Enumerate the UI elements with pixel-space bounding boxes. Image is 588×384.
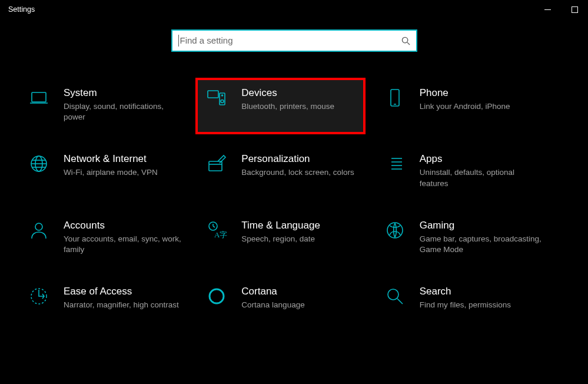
tile-desc: Game bar, captures, broadcasting, Game M…: [420, 234, 543, 255]
tile-phone[interactable]: Phone Link your Android, iPhone: [383, 87, 561, 123]
tile-system[interactable]: System Display, sound, notifications, po…: [27, 87, 205, 123]
minimize-button[interactable]: [534, 0, 561, 19]
tile-desc: Background, lock screen, colors: [241, 167, 365, 178]
svg-line-38: [213, 226, 215, 227]
svg-point-40: [387, 223, 403, 238]
tile-title: Devices: [241, 87, 356, 99]
tile-desc: Narrator, magnifier, high contrast: [64, 300, 187, 310]
tile-desc: Bluetooth, printers, mouse: [241, 101, 356, 112]
search-box[interactable]: [171, 29, 417, 52]
svg-point-35: [35, 223, 42, 230]
tile-time-language[interactable]: A字 Time & Language Speech, region, date: [205, 220, 383, 255]
tile-desc: Speech, region, date: [241, 234, 365, 244]
window-title: Settings: [8, 5, 35, 14]
tile-title: System: [64, 87, 187, 99]
tile-ease-of-access[interactable]: Ease of Access Narrator, magnifier, high…: [27, 286, 205, 310]
svg-point-43: [388, 289, 398, 300]
svg-rect-2: [32, 92, 46, 102]
keyboard-speaker-icon: [205, 87, 228, 108]
svg-rect-18: [391, 90, 399, 106]
tile-search[interactable]: Search Find my files, permissions: [383, 286, 561, 310]
laptop-icon: [27, 87, 51, 108]
tile-personalization[interactable]: Personalization Background, lock screen,…: [205, 153, 383, 188]
tile-title: Phone: [420, 87, 543, 99]
tile-desc: Display, sound, notifications, power: [64, 101, 187, 123]
maximize-icon: [572, 6, 578, 13]
svg-rect-4: [208, 91, 218, 98]
phone-icon: [383, 87, 407, 108]
tile-desc: Uninstall, defaults, optional features: [420, 167, 543, 188]
tile-title: Search: [420, 286, 543, 297]
globe-icon: [27, 153, 51, 174]
tile-accounts[interactable]: Accounts Your accounts, email, sync, wor…: [27, 220, 205, 255]
svg-point-42: [210, 289, 224, 303]
tile-title: Cortana: [241, 286, 365, 297]
tile-gaming[interactable]: Gaming Game bar, captures, broadcasting,…: [383, 220, 561, 255]
paint-icon: [205, 153, 228, 174]
tile-desc: Cortana language: [241, 300, 365, 310]
tile-desc: Your accounts, email, sync, work, family: [64, 234, 187, 255]
titlebar: Settings: [0, 0, 588, 19]
list-icon: [383, 153, 407, 174]
tile-title: Network & Internet: [64, 153, 187, 165]
search-input[interactable]: [180, 31, 401, 51]
svg-line-1: [407, 42, 409, 44]
tile-desc: Find my files, permissions: [420, 300, 543, 310]
tile-desc: Wi-Fi, airplane mode, VPN: [64, 167, 187, 178]
search-container: [0, 29, 588, 52]
tile-network[interactable]: Network & Internet Wi-Fi, airplane mode,…: [27, 153, 205, 188]
time-language-icon: A字: [205, 220, 228, 241]
tile-desc: Link your Android, iPhone: [420, 101, 543, 112]
tile-title: Personalization: [241, 153, 365, 165]
tile-title: Ease of Access: [64, 286, 187, 297]
svg-point-0: [402, 37, 407, 42]
window-controls: [534, 0, 588, 19]
search-icon: [401, 37, 410, 45]
tile-title: Gaming: [420, 220, 543, 231]
maximize-button[interactable]: [561, 0, 588, 19]
magnifier-icon: [383, 286, 407, 307]
tile-devices[interactable]: Devices Bluetooth, printers, mouse: [195, 78, 365, 134]
svg-line-44: [397, 299, 403, 304]
tile-title: Time & Language: [241, 220, 365, 231]
accessibility-icon: [27, 286, 51, 307]
tile-title: Apps: [420, 153, 543, 165]
settings-grid: System Display, sound, notifications, po…: [0, 52, 588, 311]
person-icon: [27, 220, 51, 241]
minimize-icon: [544, 9, 551, 10]
tile-title: Accounts: [64, 220, 187, 231]
cortana-icon: [205, 286, 228, 307]
xbox-icon: [383, 220, 407, 241]
tile-apps[interactable]: Apps Uninstall, defaults, optional featu…: [383, 153, 561, 188]
text-cursor: [178, 35, 179, 47]
tile-cortana[interactable]: Cortana Cortana language: [205, 286, 383, 310]
svg-text:A字: A字: [214, 230, 227, 239]
svg-point-17: [222, 95, 223, 96]
svg-point-16: [221, 100, 224, 103]
